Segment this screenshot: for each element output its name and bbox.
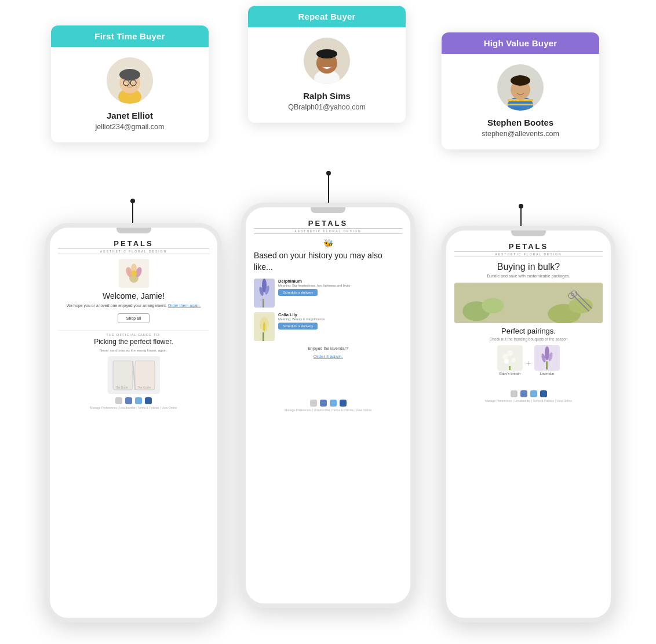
repeat-buyer-email: QBralph01@yahoo.com: [257, 103, 396, 111]
social-icons-first: [58, 397, 209, 404]
petals-logo-repeat: PETALS: [254, 219, 402, 228]
first-buyer-email: jelliot234@gmail.com: [60, 123, 199, 131]
twitter-icon-hv: [530, 390, 537, 397]
order-again-link[interactable]: Order them again.: [168, 303, 201, 308]
highvalue-buyer-email: stephen@allevents.com: [451, 130, 590, 138]
calla-info: Calla Lily Meaning: Beauty & magnificenc…: [278, 312, 402, 330]
phone-repeat: PETALS AESTHETIC FLORAL DESIGN 🐝 Based o…: [241, 203, 415, 608]
linkedin-icon-r: [340, 400, 347, 407]
footer-links-hv: Manage Preferences | Unsubscribe | Terms…: [454, 399, 603, 402]
highvalue-buyer-name: Stephen Bootes: [451, 118, 590, 127]
dot-repeat-top: [326, 171, 331, 175]
first-buyer-card: First Time Buyer: [51, 25, 209, 142]
facebook-icon-r: [320, 400, 327, 407]
dot-first-top: [130, 199, 135, 203]
first-buyer-label: First Time Buyer: [51, 25, 209, 47]
guide-label: THE OFFICIAL GUIDE TO:: [58, 333, 209, 336]
welcome-body: We hope you or a loved one enjoyed your …: [58, 303, 209, 309]
pairings-sub: Check out the trending bouquets of the s…: [454, 336, 603, 342]
petals-tagline-hv: AESTHETIC FLORAL DESIGN: [454, 251, 603, 257]
bulk-banner: Start building yours: [454, 283, 603, 323]
facebook-icon-hv: [520, 390, 527, 397]
product-row-calla: Calla Lily Meaning: Beauty & magnificenc…: [254, 312, 402, 341]
pairings-title: Perfect pairings.: [454, 327, 603, 335]
product-row-delphinium: Delphinium Meaning: Big-heartedness, fun…: [254, 279, 402, 308]
svg-point-4: [119, 69, 140, 80]
babysbreath-label: Baby's breath: [497, 372, 523, 375]
calla-thumb: [254, 312, 275, 341]
svg-point-49: [504, 359, 509, 364]
welcome-heading: Welcome, Jamie!: [58, 291, 209, 301]
svg-point-46: [502, 354, 508, 360]
repeat-buyer-name: Ralph Sims: [257, 91, 396, 101]
svg-point-19: [511, 75, 530, 86]
lavendar-link[interactable]: Order it again.: [314, 354, 343, 359]
instagram-icon-hv: [511, 390, 517, 397]
footer-links-first: Manage Preferences | Unsubscribe | Terms…: [58, 406, 209, 409]
svg-rect-51: [509, 366, 511, 370]
hv-headline: Buying in bulk?: [454, 262, 603, 272]
highvalue-buyer-card: High Value Buyer: [442, 32, 599, 149]
footer-links-repeat: Manage Preferences | Unsubscribe | Terms…: [254, 408, 402, 412]
phone-notch-repeat: [311, 207, 345, 213]
svg-text:The Guide: The Guide: [137, 386, 151, 389]
phone-screen-first: PETALS AESTHETIC FLORAL DESIGN Welcome, …: [50, 233, 217, 415]
calla-name: Calla Lily: [278, 312, 402, 317]
delphinium-name: Delphinium: [278, 279, 402, 284]
petals-tagline-repeat: AESTHETIC FLORAL DESIGN: [254, 228, 402, 234]
twitter-icon-r: [330, 400, 337, 407]
lavendar-thumb: [534, 345, 560, 371]
svg-point-24: [131, 270, 137, 276]
first-buyer-avatar: [107, 57, 153, 104]
svg-rect-34: [263, 332, 264, 341]
calla-schedule-btn[interactable]: Schedule a delivery: [278, 323, 318, 330]
pairing-lavendar: Lavendar: [534, 345, 560, 375]
svg-rect-30: [263, 299, 264, 308]
guide-title: Picking the perfect flower.: [58, 338, 209, 346]
bee-icon: 🐝: [254, 239, 402, 248]
twitter-icon: [135, 397, 142, 404]
svg-point-48: [507, 350, 513, 356]
book-img: The Book The Guide: [108, 356, 160, 394]
first-buyer-name: Janet Elliot: [60, 111, 199, 120]
repeat-buyer-avatar: [304, 38, 350, 84]
scene: First Time Buyer: [0, 0, 656, 644]
svg-rect-16: [508, 104, 533, 105]
pairing-babysbreath: Baby's breath: [497, 345, 523, 375]
repeat-buyer-card: Repeat Buyer R: [248, 6, 406, 123]
delphinium-meaning: Meaning: Big-heartedness, fun, lightness…: [278, 284, 402, 287]
plus-sign: +: [526, 358, 531, 368]
phone-notch-first: [116, 228, 151, 233]
hv-subhead: Bundle and save with customizable packag…: [454, 273, 603, 279]
lavendar-label: Lavendar: [534, 372, 560, 375]
highvalue-buyer-avatar: [497, 64, 544, 111]
lavendar-section: Enjoyed the lavendar? Order it again.: [254, 346, 402, 359]
dot-hv-top: [519, 204, 523, 208]
delphinium-schedule-btn[interactable]: Schedule a delivery: [278, 289, 318, 296]
svg-point-50: [511, 358, 516, 363]
svg-line-27: [133, 361, 135, 390]
svg-point-12: [316, 49, 337, 58]
svg-point-38: [482, 298, 504, 313]
phone-notch-hv: [511, 230, 546, 236]
petals-logo-hv: PETALS: [454, 242, 603, 251]
shop-all-btn[interactable]: Shop all: [118, 313, 150, 323]
phone-screen-repeat: PETALS AESTHETIC FLORAL DESIGN 🐝 Based o…: [246, 213, 410, 418]
highvalue-buyer-label: High Value Buyer: [442, 32, 599, 54]
pairings-row: Baby's breath + Lavendar: [454, 345, 603, 375]
linkedin-icon-hv: [540, 390, 547, 397]
flower-arrangement-img: [119, 259, 149, 288]
svg-rect-52: [546, 361, 548, 369]
petals-tagline-first: AESTHETIC FLORAL DESIGN: [58, 248, 209, 254]
calla-meaning: Meaning: Beauty & magnificence: [278, 317, 402, 321]
petals-logo-first: PETALS: [58, 239, 209, 248]
guide-subtitle: Never send your ex the wrong flower, aga…: [58, 348, 209, 353]
repeat-buyer-label: Repeat Buyer: [248, 6, 406, 27]
facebook-icon: [125, 397, 132, 404]
repeat-headline: Based on your history you may also like.…: [254, 250, 402, 273]
delphinium-thumb: [254, 279, 275, 308]
phone-highvalue: PETALS AESTHETIC FLORAL DESIGN Buying in…: [442, 226, 615, 623]
phone-first: PETALS AESTHETIC FLORAL DESIGN Welcome, …: [45, 223, 222, 623]
social-icons-repeat: [254, 400, 402, 407]
instagram-icon-r: [310, 400, 317, 407]
